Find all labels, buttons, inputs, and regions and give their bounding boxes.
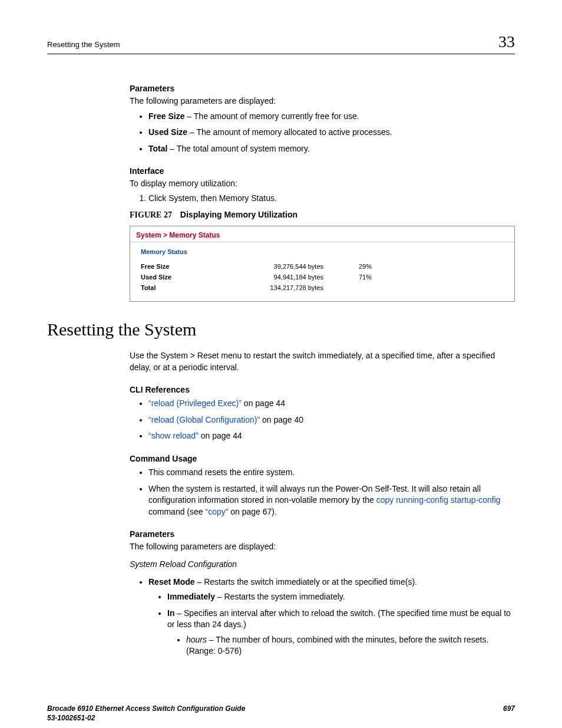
parameters-intro: The following parameters are displayed: — [130, 95, 515, 107]
main-intro: Use the System > Reset menu to restart t… — [130, 350, 515, 373]
step-item: Click System, then Memory Status. — [148, 193, 515, 203]
stat-value: 94,941,184 bytes — [235, 272, 359, 282]
footer-page-number: 697 — [503, 704, 515, 723]
breadcrumb: System > Memory Status — [130, 226, 514, 242]
parameters2-heading: Parameters — [130, 529, 515, 539]
parameters2-subheading: System Reload Configuration — [130, 559, 515, 571]
param-desc: – Restarts the switch immediately or at … — [195, 577, 417, 587]
usage-text: on page 67). — [228, 507, 277, 516]
reset-mode-sublist: Immediately – Restarts the system immedi… — [148, 591, 515, 657]
param-term: hours — [186, 635, 207, 644]
reset-mode-list: Reset Mode – Restarts the switch immedia… — [130, 577, 515, 658]
list-item: This command resets the entire system. — [148, 467, 515, 479]
list-item: In – Specifies an interval after which t… — [167, 608, 515, 657]
figure-screenshot: System > Memory Status Memory Status Fre… — [130, 226, 515, 302]
cli-suffix: on page 40 — [260, 415, 303, 424]
list-item: Used Size – The amount of memory allocat… — [148, 127, 515, 139]
param-desc: – The number of hours, combined with the… — [186, 635, 488, 656]
figure-label: FIGURE 27 — [130, 210, 172, 219]
stat-percent: 29% — [359, 261, 394, 272]
page-footer: Brocade 6910 Ethernet Access Switch Conf… — [47, 704, 515, 723]
list-item: Immediately – Restarts the system immedi… — [167, 591, 515, 603]
list-item: Reset Mode – Restarts the switch immedia… — [148, 577, 515, 658]
usage-list: This command resets the entire system. W… — [130, 467, 515, 518]
list-item: When the system is restarted, it will al… — [148, 483, 515, 518]
interface-heading: Interface — [130, 166, 515, 176]
parameters-heading: Parameters — [130, 84, 515, 93]
param-term: Immediately — [167, 592, 215, 601]
param-desc: – The amount of memory allocated to acti… — [187, 127, 392, 137]
param-term: In — [167, 608, 174, 618]
parameters2-intro: The following parameters are displayed: — [130, 541, 515, 553]
memory-status-panel: Memory Status Free Size 39,276,544 bytes… — [130, 242, 514, 301]
stat-label: Free Size — [141, 261, 235, 272]
list-item: hours – The number of hours, combined wi… — [186, 634, 515, 657]
cli-heading: CLI References — [130, 385, 515, 394]
interface-intro: To display memory utilization: — [130, 178, 515, 190]
page-header: Resetting the System 33 — [47, 32, 515, 54]
copy-link[interactable]: “copy” — [205, 507, 228, 516]
cli-link[interactable]: “reload (Privileged Exec)” — [148, 398, 242, 408]
stat-percent — [359, 282, 394, 293]
param-desc: – Specifies an interval after which to r… — [167, 608, 511, 630]
table-row: Free Size 39,276,544 bytes 29% — [141, 261, 394, 272]
param-term: Used Size — [148, 127, 187, 137]
footer-title: Brocade 6910 Ethernet Access Switch Conf… — [47, 704, 245, 714]
stat-percent: 71% — [359, 272, 394, 282]
interface-steps: Click System, then Memory Status. — [130, 193, 515, 203]
list-item: Free Size – The amount of memory current… — [148, 111, 515, 123]
in-sublist: hours – The number of hours, combined wi… — [167, 634, 515, 657]
cli-link[interactable]: “reload (Global Configuration)” — [148, 415, 260, 424]
figure-caption: FIGURE 27 Displaying Memory Utilization — [130, 210, 515, 220]
cli-suffix: on page 44 — [199, 431, 242, 440]
list-item: “show reload” on page 44 — [148, 430, 515, 442]
stat-value: 134,217,728 bytes — [235, 282, 359, 293]
table-row: Total 134,217,728 bytes — [141, 282, 394, 293]
list-item: “reload (Global Configuration)” on page … — [148, 414, 515, 426]
table-row: Used Size 94,941,184 bytes 71% — [141, 272, 394, 282]
main-heading: Resetting the System — [47, 319, 515, 340]
param-term: Total — [148, 144, 167, 153]
param-desc: – The total amount of system memory. — [167, 144, 309, 153]
param-desc: – The amount of memory currently free fo… — [184, 111, 359, 121]
usage-text: command (see — [148, 507, 205, 516]
footer-docnum: 53-1002651-02 — [47, 714, 245, 723]
param-desc: – Restarts the system immediately. — [215, 592, 345, 601]
chapter-number: 33 — [498, 32, 515, 51]
stat-value: 39,276,544 bytes — [235, 261, 359, 272]
panel-title: Memory Status — [141, 248, 504, 255]
usage-heading: Command Usage — [130, 454, 515, 463]
copy-running-config-link[interactable]: copy running-config startup-config — [376, 495, 501, 505]
cli-link[interactable]: “show reload” — [148, 431, 199, 440]
list-item: “reload (Privileged Exec)” on page 44 — [148, 398, 515, 410]
figure-title: Displaying Memory Utilization — [180, 210, 297, 219]
cli-list: “reload (Privileged Exec)” on page 44 “r… — [130, 398, 515, 442]
param-term: Reset Mode — [148, 577, 195, 587]
stat-label: Total — [141, 282, 235, 293]
list-item: Total – The total amount of system memor… — [148, 143, 515, 155]
cli-suffix: on page 44 — [242, 398, 285, 408]
parameters-list: Free Size – The amount of memory current… — [130, 111, 515, 155]
param-term: Free Size — [148, 111, 184, 121]
stat-label: Used Size — [141, 272, 235, 282]
header-section-title: Resetting the System — [47, 40, 120, 49]
memory-table: Free Size 39,276,544 bytes 29% Used Size… — [141, 261, 394, 293]
